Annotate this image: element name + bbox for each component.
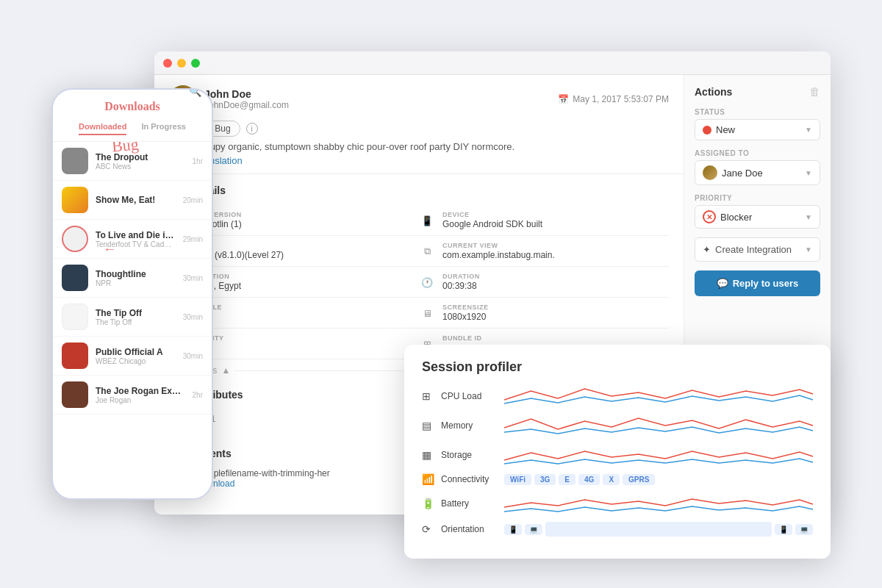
list-item-highlighted[interactable]: To Live and Die in LA Tenderfoot TV & Ca… (53, 220, 212, 259)
cpu-icon: ⊞ (422, 390, 435, 402)
profiler-row-battery: 🔋 Battery (422, 492, 813, 514)
assigned-avatar (703, 165, 717, 180)
item-thumb (62, 187, 88, 213)
profiler-row-orientation: ⟳ Orientation 📱 💻 📱 💻 (422, 522, 813, 537)
storage-chart (504, 444, 813, 466)
list-item[interactable]: Show Me, Eat! 20min (53, 181, 212, 220)
actions-title: Actions (695, 86, 732, 98)
priority-icon: ✕ (703, 210, 716, 223)
report-date: 📅 May 1, 2017 5:53:07 PM (558, 94, 669, 104)
item-info: The Joe Rogan Experience Joe Rogan (96, 386, 185, 404)
detail-current-view: ⧉ CURRENT VIEW com.example.instabug.main… (419, 236, 669, 267)
status-select[interactable]: New ▼ (695, 119, 820, 140)
orient-landscape2: 💻 (795, 524, 813, 535)
priority-value: Blocker (720, 212, 752, 223)
chevron-down-icon-2: ▼ (805, 169, 812, 177)
info-icon[interactable]: i (246, 123, 258, 135)
phone-header: Downloads 🔍 (53, 90, 212, 119)
browser-titlebar (154, 51, 831, 75)
phone-title: Downloads (104, 100, 160, 112)
report-tag-row: Report a Bug i (169, 121, 669, 137)
assigned-to-label: Assigned To (695, 149, 820, 157)
detail-duration: 🕐 DURATION 00:39:38 (419, 267, 669, 298)
download-link[interactable]: Download (196, 478, 330, 489)
item-thumb (62, 343, 88, 369)
storage-icon: ▦ (422, 449, 435, 461)
conn-3g: 3G (534, 474, 556, 485)
list-item[interactable]: Public Official A WBEZ Chicago 30min (53, 337, 212, 376)
item-info: To Live and Die in LA Tenderfoot TV & Ca… (96, 230, 176, 248)
phone-tab-downloaded[interactable]: Downloaded (79, 122, 126, 135)
status-label: Status (695, 108, 820, 116)
conn-e: E (559, 474, 576, 485)
device-icon: 📱 (419, 212, 435, 229)
item-thumb (62, 265, 88, 291)
battery-chart (504, 492, 813, 514)
orient-landscape: 💻 (525, 524, 542, 535)
user-email: JohnDoe@gmail.com (204, 100, 289, 110)
view-icon: ⧉ (419, 243, 435, 259)
phone-tabs: Downloaded In Progress (53, 119, 212, 142)
list-item[interactable]: Thoughtline NPR 30min (53, 259, 212, 298)
status-field: Status New ▼ (695, 108, 820, 140)
connectivity-tags: WiFi 3G E 4G X GPRS (504, 474, 813, 485)
user-details: John Doe JohnDoe@gmail.com (204, 88, 289, 110)
bug-details-title: Bug Details (169, 184, 669, 196)
report-description: Retro occupy organic, stumptown shabby c… (169, 141, 669, 152)
list-item[interactable]: The Joe Rogan Experience Joe Rogan 2hr (53, 376, 212, 415)
conn-wifi: WiFi (504, 474, 531, 485)
item-thumb (62, 148, 88, 174)
priority-select[interactable]: ✕ Blocker ▼ (695, 205, 820, 229)
integration-chevron: ▼ (805, 245, 812, 254)
profiler-row-cpu: ⊞ CPU Load (422, 385, 813, 407)
item-info: The Tip Off The Tip Off (96, 308, 176, 326)
clock-icon: 🕐 (419, 274, 435, 290)
item-info: The Dropout ABC News (96, 152, 185, 171)
item-thumb (62, 381, 88, 408)
chat-icon: 💬 (717, 278, 728, 289)
show-translation-link[interactable]: Show Translation (169, 155, 669, 166)
orientation-icon: ⟳ (422, 523, 435, 535)
status-dot (703, 126, 711, 135)
orient-bar (545, 522, 772, 537)
status-value: New (716, 124, 735, 135)
create-integration-button[interactable]: ✦ Create Integration ▼ (695, 237, 820, 262)
profiler-row-storage: ▦ Storage (422, 444, 813, 466)
cpu-chart (504, 385, 813, 407)
orient-portrait: 📱 (504, 524, 522, 535)
reply-button[interactable]: 💬 Reply to users (695, 270, 820, 296)
item-info: Thoughtline NPR (96, 269, 176, 287)
priority-field: Priority ✕ Blocker ▼ (695, 194, 820, 229)
profiler-panel: Session profiler ⊞ CPU Load ▤ Memory (404, 345, 831, 559)
memory-chart (504, 415, 813, 437)
assigned-to-select[interactable]: Jane Doe ▼ (695, 160, 820, 185)
list-item[interactable]: The Tip Off The Tip Off 30min (53, 298, 212, 337)
chevron-down-icon: ▼ (805, 126, 812, 134)
dot-green (191, 59, 200, 68)
phone-search-icon[interactable]: 🔍 (189, 88, 201, 97)
assigned-value: Jane Doe (722, 168, 763, 179)
phone-frame: Downloads 🔍 Downloaded In Progress The D… (51, 88, 213, 500)
orient-portrait2: 📱 (775, 524, 792, 535)
item-info: Show Me, Eat! (96, 195, 176, 205)
actions-header: Actions 🗑 (695, 85, 820, 98)
assigned-to-field: Assigned To Jane Doe ▼ (695, 149, 820, 185)
integration-label: Create Integration (715, 244, 792, 255)
integration-icon: ✦ (703, 244, 711, 255)
profiler-title: Session profiler (422, 359, 813, 375)
chevron-up-icon: ▲ (221, 365, 230, 376)
phone-tab-inprogress[interactable]: In Progress (141, 122, 186, 135)
conn-x: X (603, 474, 620, 485)
dot-yellow (177, 59, 186, 68)
trash-icon[interactable]: 🗑 (809, 85, 820, 98)
chevron-down-icon-3: ▼ (805, 213, 812, 221)
calendar-icon: 📅 (558, 94, 569, 104)
battery-icon: 🔋 (422, 498, 435, 509)
user-row: JD John Doe JohnDoe@gmail.com 📅 May 1, 2… (169, 85, 669, 113)
orientation-tags: 📱 💻 📱 💻 (504, 522, 813, 537)
phone-wrapper: Downloads 🔍 Downloaded In Progress The D… (51, 88, 213, 500)
item-info: Public Official A WBEZ Chicago (96, 347, 176, 365)
list-item[interactable]: The Dropout ABC News 1hr Bug (53, 142, 212, 181)
dot-red (163, 59, 172, 68)
detail-screensize: 🖥 SCREENSIZE 1080x1920 (419, 298, 669, 329)
